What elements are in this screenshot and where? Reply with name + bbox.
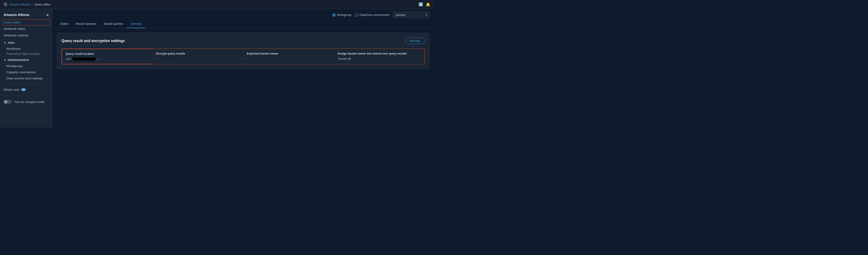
manage-button[interactable]: Manage — [405, 37, 425, 44]
sidebar-item-workgroups-label: Workgroups — [6, 64, 23, 68]
sidebar-section-administration[interactable]: ▼ Administration — [0, 56, 52, 63]
sidebar-nav: Query editor Notebook editor Notebook ex… — [0, 19, 52, 109]
tab-settings-label: Settings — [130, 22, 142, 25]
encrypt-query-results-value: - — [156, 57, 240, 60]
settings-grid: Query result location s3:// / ↗ Encrypt … — [62, 49, 425, 64]
tab-editor-label: Editor — [60, 22, 68, 25]
tab-editor[interactable]: Editor — [57, 20, 72, 28]
breadcrumb-parent[interactable]: Amazon Athena — [9, 3, 30, 6]
s3-slash: / — [97, 57, 98, 61]
administration-chevron-icon: ▼ — [4, 59, 6, 61]
top-navigation: ☰ Amazon Athena > Query editor ℹ️ 🔔 — [0, 0, 434, 9]
s3-prefix: s3:// — [66, 57, 71, 61]
external-link-icon[interactable]: ↗ — [99, 57, 101, 61]
tab-settings[interactable]: Settings — [127, 20, 145, 28]
sidebar-title: Amazon Athena — [4, 13, 29, 17]
main-content: Workgroup DataZone environment primary ▼… — [52, 9, 434, 128]
hamburger-icon[interactable]: ☰ — [4, 2, 7, 7]
sidebar-item-powered-by-step: Powered by Step Functions — [0, 52, 52, 56]
expected-bucket-owner-value: - — [247, 57, 330, 60]
sidebar-item-whats-new[interactable]: What's new 9+ — [0, 86, 52, 93]
sidebar-section-jobs-label: Jobs — [7, 41, 15, 44]
tab-saved-queries-label: Saved queries — [103, 22, 123, 25]
sidebar: Amazon Athena ◀ Query editor Notebook ed… — [0, 9, 52, 128]
assign-bucket-owner-value: Turned off — [338, 57, 421, 60]
breadcrumb-separator: > — [31, 3, 33, 6]
nav-right: ℹ️ 🔔 — [418, 2, 430, 7]
compact-mode-row: Turn on compact mode — [0, 98, 52, 106]
sidebar-item-notebook-explorer[interactable]: Notebook explorer — [0, 32, 52, 39]
tab-recent-queries[interactable]: Recent queries — [72, 20, 100, 28]
workgroup-radio-circle — [332, 13, 336, 17]
sidebar-item-notebook-editor[interactable]: Notebook editor — [0, 25, 52, 32]
encrypt-query-results-label: Encrypt query results — [156, 52, 240, 55]
sidebar-item-notebook-editor-label: Notebook editor — [4, 27, 25, 30]
expected-bucket-owner-label: Expected bucket owner — [247, 52, 330, 55]
sidebar-item-workflows-label: Workflows — [6, 47, 21, 51]
workgroup-dropdown-wrapper: primary ▼ — [393, 12, 430, 18]
tabs-bar: Editor Recent queries Saved queries Sett… — [52, 20, 434, 28]
sidebar-divider-2 — [4, 95, 48, 96]
settings-cell-assign-bucket-owner: Assign bucket owner full control over qu… — [334, 49, 425, 64]
sidebar-header: Amazon Athena ◀ — [0, 9, 52, 19]
sidebar-section-administration-label: Administration — [7, 58, 29, 62]
sidebar-item-data-sources-label: Data sources and catalogs — [6, 77, 43, 80]
main-layout: Amazon Athena ◀ Query editor Notebook ed… — [0, 9, 434, 128]
datazone-radio-label: DataZone environment — [360, 13, 390, 17]
compact-mode-label: Turn on compact mode — [14, 100, 44, 104]
content-topbar: Workgroup DataZone environment primary ▼ — [52, 9, 434, 20]
toggle-knob — [4, 100, 7, 104]
sidebar-item-data-sources[interactable]: Data sources and catalogs — [0, 75, 52, 81]
whats-new-badge: 9+ — [21, 88, 26, 91]
sidebar-section-jobs[interactable]: ▼ Jobs — [0, 39, 52, 46]
sidebar-item-workgroups[interactable]: Workgroups — [0, 63, 52, 69]
compact-mode-toggle[interactable] — [4, 100, 12, 104]
settings-card-title: Query result and encryption settings — [62, 39, 125, 43]
workgroup-radio-label: Workgroup — [337, 13, 351, 17]
workgroup-radio-option[interactable]: Workgroup — [332, 13, 351, 17]
sidebar-item-query-editor[interactable]: Query editor — [2, 19, 50, 25]
tab-recent-queries-label: Recent queries — [75, 22, 96, 25]
whats-new-label: What's new — [4, 88, 19, 91]
query-result-location-value: s3:// / ↗ — [66, 57, 149, 61]
s3-redacted-value — [73, 57, 95, 61]
nav-left: ☰ Amazon Athena > Query editor — [4, 2, 51, 7]
datazone-radio-option[interactable]: DataZone environment — [355, 13, 390, 17]
breadcrumb-current: Query editor — [34, 3, 51, 6]
info-icon[interactable]: ℹ️ — [418, 2, 423, 7]
settings-card-header: Query result and encryption settings Man… — [62, 37, 425, 44]
sidebar-item-powered-by-label: Powered by Step Functions — [6, 52, 40, 55]
content-area: Query result and encryption settings Man… — [52, 28, 434, 128]
sidebar-divider-1 — [4, 84, 48, 84]
settings-card: Query result and encryption settings Man… — [57, 33, 430, 69]
sidebar-collapse-button[interactable]: ◀ — [46, 13, 48, 17]
datazone-radio-circle — [355, 13, 358, 17]
assign-bucket-owner-label: Assign bucket owner full control over qu… — [338, 52, 421, 55]
sidebar-item-capacity-reservations-label: Capacity reservations — [6, 70, 36, 74]
bell-icon[interactable]: 🔔 — [426, 2, 430, 7]
sidebar-item-query-editor-label: Query editor — [4, 21, 21, 24]
sidebar-item-notebook-explorer-label: Notebook explorer — [4, 34, 29, 37]
settings-cell-expected-bucket-owner: Expected bucket owner - — [243, 49, 334, 64]
jobs-chevron-icon: ▼ — [4, 41, 6, 44]
sidebar-item-workflows[interactable]: Workflows — [0, 46, 52, 52]
query-result-location-label: Query result location — [66, 52, 149, 55]
radio-group: Workgroup DataZone environment — [332, 13, 390, 17]
sidebar-item-capacity-reservations[interactable]: Capacity reservations — [0, 69, 52, 75]
workgroup-dropdown[interactable]: primary — [393, 12, 430, 18]
breadcrumb: Amazon Athena > Query editor — [9, 3, 51, 6]
tab-saved-queries[interactable]: Saved queries — [100, 20, 127, 28]
settings-cell-encrypt-query-results: Encrypt query results - — [153, 49, 243, 64]
settings-cell-query-result-location: Query result location s3:// / ↗ — [62, 49, 153, 64]
